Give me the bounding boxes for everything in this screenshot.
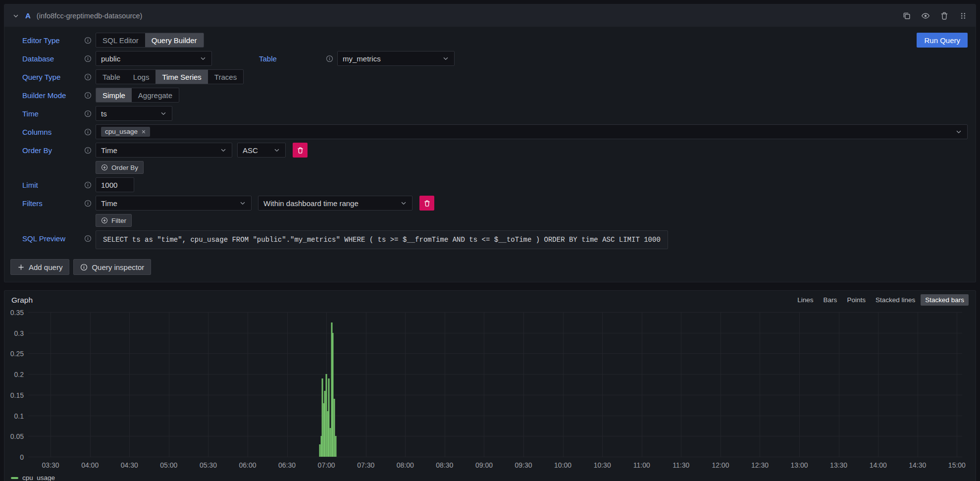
columns-multiselect[interactable]: cpu_usage	[96, 124, 968, 139]
x-axis-tick-label: 13:00	[791, 462, 808, 469]
editor-type-option-query-builder[interactable]: Query Builder	[145, 33, 204, 47]
query-header-actions	[901, 10, 969, 21]
table-select-value: my_metrics	[343, 54, 438, 63]
y-axis-tick-label: 0.2	[14, 371, 24, 378]
info-icon[interactable]	[326, 55, 333, 62]
remove-order-by-button[interactable]	[293, 143, 308, 158]
y-axis-tick-label: 0.3	[14, 330, 24, 337]
editor-type-option-sql-editor[interactable]: SQL Editor	[96, 33, 145, 47]
order-by-label-cell: Order By	[22, 146, 92, 155]
info-icon[interactable]	[84, 92, 92, 99]
table-select[interactable]: my_metrics	[337, 51, 455, 66]
editor-type-row: Editor Type SQL Editor Query Builder Run…	[22, 33, 968, 48]
chevron-down-icon	[273, 147, 280, 154]
v-gridline	[760, 313, 760, 457]
filter-condition-select[interactable]: Within dashboard time range	[258, 196, 413, 211]
v-gridline	[523, 313, 524, 457]
graph-panel-header[interactable]: Graph Lines Bars Points Stacked lines St…	[4, 291, 976, 307]
collapse-chevron-icon[interactable]	[12, 12, 19, 19]
add-query-button[interactable]: Add query	[10, 259, 69, 275]
duplicate-query-icon[interactable]	[901, 10, 912, 21]
query-row-header[interactable]: A (info8fcc-greptimedb-datasource)	[4, 4, 976, 27]
v-gridline	[366, 313, 366, 457]
filter-condition-value: Within dashboard time range	[263, 199, 396, 208]
v-gridline	[445, 313, 445, 457]
y-axis-tick-label: 0.05	[10, 433, 24, 440]
y-axis-tick-label: 0.25	[10, 350, 24, 357]
add-order-by-button[interactable]: Order By	[96, 161, 144, 174]
delete-query-trash-icon[interactable]	[939, 10, 950, 21]
hide-query-eye-icon[interactable]	[920, 10, 931, 21]
time-select[interactable]: ts	[96, 106, 172, 121]
mode-stacked-lines[interactable]: Stacked lines	[871, 294, 920, 306]
filter-column-select[interactable]: Time	[96, 196, 252, 211]
x-axis-tick-label: 07:00	[318, 462, 335, 469]
v-gridline	[878, 313, 878, 457]
time-row: Time ts	[22, 106, 968, 121]
add-order-by-row: Order By	[22, 161, 968, 174]
x-axis-tick-label: 07:30	[357, 462, 374, 469]
add-query-label: Add query	[29, 263, 62, 271]
order-by-direction-select[interactable]: ASC	[237, 143, 286, 158]
panel-title: Graph	[11, 296, 33, 305]
mode-bars[interactable]: Bars	[819, 294, 842, 306]
info-icon[interactable]	[84, 73, 92, 81]
mode-stacked-bars[interactable]: Stacked bars	[921, 294, 969, 306]
run-query-button[interactable]: Run Query	[917, 33, 968, 48]
columns-tag-cpu-usage: cpu_usage	[101, 127, 150, 137]
remove-filter-button[interactable]	[419, 196, 434, 211]
info-icon[interactable]	[84, 147, 92, 154]
legend-item-cpu-usage[interactable]: cpu_usage	[11, 474, 55, 481]
order-by-label: Order By	[22, 146, 52, 155]
v-gridline	[405, 313, 406, 457]
x-axis-tick-label: 12:30	[751, 462, 769, 469]
info-icon[interactable]	[84, 110, 92, 117]
add-filter-row: Filter	[22, 214, 968, 227]
query-type-option-logs[interactable]: Logs	[127, 70, 156, 84]
order-by-column-value: Time	[101, 146, 216, 155]
v-gridline	[51, 313, 51, 457]
add-filter-button[interactable]: Filter	[96, 214, 132, 227]
database-select[interactable]: public	[96, 51, 212, 66]
info-icon[interactable]	[84, 128, 92, 136]
query-inspector-button[interactable]: Query inspector	[73, 259, 151, 275]
v-gridline	[602, 313, 603, 457]
plot-area[interactable]: 00.050.10.150.20.250.30.3503:3004:0004:3…	[28, 313, 962, 457]
builder-mode-label-cell: Builder Mode	[22, 91, 92, 100]
mode-lines[interactable]: Lines	[793, 294, 818, 306]
x-axis-tick-label: 10:00	[554, 462, 571, 469]
query-type-label-cell: Query Type	[22, 73, 92, 81]
legend-label: cpu_usage	[22, 474, 55, 481]
info-icon[interactable]	[84, 235, 92, 242]
filter-column-value: Time	[101, 199, 235, 208]
info-icon[interactable]	[84, 37, 92, 44]
mode-points[interactable]: Points	[842, 294, 870, 306]
query-type-label: Query Type	[22, 73, 60, 81]
query-type-option-traces[interactable]: Traces	[208, 70, 243, 84]
database-label-cell: Database	[22, 54, 92, 63]
x-axis-tick-label: 06:00	[239, 462, 256, 469]
limit-input[interactable]	[96, 177, 134, 192]
legend-swatch	[11, 477, 18, 479]
tag-remove-icon[interactable]	[141, 129, 146, 134]
x-axis-tick-label: 11:00	[633, 462, 650, 469]
info-icon[interactable]	[84, 181, 92, 189]
drag-handle-grip-icon[interactable]	[958, 10, 969, 21]
order-by-column-select[interactable]: Time	[96, 143, 232, 158]
v-gridline	[957, 313, 957, 457]
v-gridline	[642, 313, 642, 457]
builder-mode-option-simple[interactable]: Simple	[96, 88, 132, 102]
graph-panel: Graph Lines Bars Points Stacked lines St…	[4, 290, 976, 481]
query-inspector-label: Query inspector	[92, 263, 144, 271]
query-type-option-time-series[interactable]: Time Series	[155, 70, 207, 84]
x-axis-tick-label: 05:30	[200, 462, 217, 469]
builder-mode-option-aggregate[interactable]: Aggregate	[132, 88, 179, 102]
query-type-option-table[interactable]: Table	[96, 70, 127, 84]
x-axis-tick-label: 04:30	[121, 462, 138, 469]
info-icon[interactable]	[84, 55, 92, 62]
v-gridline	[839, 313, 839, 457]
chevron-down-icon	[239, 200, 246, 207]
info-icon[interactable]	[84, 200, 92, 207]
y-axis-tick-label: 0.35	[10, 309, 24, 316]
x-axis-tick-label: 13:30	[830, 462, 847, 469]
